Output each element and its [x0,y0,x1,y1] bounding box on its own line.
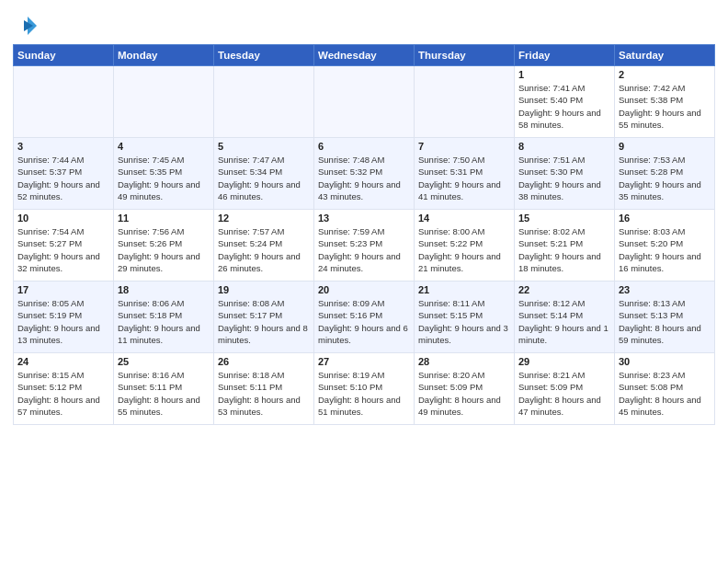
calendar-cell: 8Sunrise: 7:51 AMSunset: 5:30 PMDaylight… [515,138,615,210]
day-number: 12 [218,213,310,224]
day-detail: Sunrise: 8:05 AMSunset: 5:19 PMDaylight:… [17,297,109,346]
day-number: 30 [619,356,711,367]
day-number: 3 [17,141,109,152]
day-detail: Sunrise: 7:45 AMSunset: 5:35 PMDaylight:… [118,154,210,202]
day-detail: Sunrise: 7:51 AMSunset: 5:30 PMDaylight:… [518,154,610,202]
day-number: 28 [418,356,510,367]
day-number: 26 [218,356,310,367]
calendar-week-row: 24Sunrise: 8:15 AMSunset: 5:12 PMDayligh… [14,353,715,425]
weekday-header: Tuesday [214,45,314,66]
calendar-cell [114,66,214,138]
calendar-cell: 6Sunrise: 7:48 AMSunset: 5:32 PMDaylight… [314,138,415,210]
calendar-header: SundayMondayTuesdayWednesdayThursdayFrid… [14,45,715,66]
day-number: 2 [619,69,711,80]
day-detail: Sunrise: 7:44 AMSunset: 5:37 PMDaylight:… [17,154,109,202]
day-number: 4 [118,141,210,152]
day-detail: Sunrise: 7:42 AMSunset: 5:38 PMDaylight:… [619,82,711,131]
day-detail: Sunrise: 8:00 AMSunset: 5:22 PMDaylight:… [418,225,510,274]
day-detail: Sunrise: 8:11 AMSunset: 5:15 PMDaylight:… [418,297,510,346]
calendar-table: SundayMondayTuesdayWednesdayThursdayFrid… [13,44,715,425]
day-detail: Sunrise: 7:57 AMSunset: 5:24 PMDaylight:… [218,225,310,274]
calendar-week-row: 10Sunrise: 7:54 AMSunset: 5:27 PMDayligh… [14,210,715,282]
calendar-week-row: 1Sunrise: 7:41 AMSunset: 5:40 PMDaylight… [14,66,715,138]
calendar-cell: 3Sunrise: 7:44 AMSunset: 5:37 PMDaylight… [14,138,114,210]
calendar-cell: 19Sunrise: 8:08 AMSunset: 5:17 PMDayligh… [214,282,314,353]
header-row: SundayMondayTuesdayWednesdayThursdayFrid… [14,45,715,66]
weekday-header: Wednesday [314,45,415,66]
day-detail: Sunrise: 7:50 AMSunset: 5:31 PMDaylight:… [418,154,510,202]
day-number: 9 [619,141,711,152]
logo-icon [13,13,39,39]
day-detail: Sunrise: 7:59 AMSunset: 5:23 PMDaylight:… [318,225,410,274]
calendar-cell: 25Sunrise: 8:16 AMSunset: 5:11 PMDayligh… [114,353,214,425]
day-detail: Sunrise: 8:20 AMSunset: 5:09 PMDaylight:… [418,369,510,418]
day-number: 24 [17,356,109,367]
day-number: 17 [17,284,109,295]
calendar-cell [415,66,515,138]
day-number: 18 [118,284,210,295]
weekday-header: Sunday [14,45,114,66]
calendar-cell: 5Sunrise: 7:47 AMSunset: 5:34 PMDaylight… [214,138,314,210]
day-number: 25 [118,356,210,367]
calendar-cell: 15Sunrise: 8:02 AMSunset: 5:21 PMDayligh… [515,210,615,282]
day-detail: Sunrise: 8:08 AMSunset: 5:17 PMDaylight:… [218,297,310,346]
calendar-cell: 30Sunrise: 8:23 AMSunset: 5:08 PMDayligh… [615,353,715,425]
calendar-cell [214,66,314,138]
calendar-cell: 22Sunrise: 8:12 AMSunset: 5:14 PMDayligh… [515,282,615,353]
day-number: 22 [518,284,610,295]
calendar-cell: 1Sunrise: 7:41 AMSunset: 5:40 PMDaylight… [515,66,615,138]
day-number: 5 [218,141,310,152]
day-detail: Sunrise: 8:02 AMSunset: 5:21 PMDaylight:… [518,225,610,274]
day-detail: Sunrise: 7:48 AMSunset: 5:32 PMDaylight:… [318,154,410,202]
weekday-header: Thursday [415,45,515,66]
header [13,9,715,39]
calendar-cell: 9Sunrise: 7:53 AMSunset: 5:28 PMDaylight… [615,138,715,210]
day-detail: Sunrise: 8:06 AMSunset: 5:18 PMDaylight:… [118,297,210,346]
day-number: 15 [518,213,610,224]
calendar-week-row: 3Sunrise: 7:44 AMSunset: 5:37 PMDaylight… [14,138,715,210]
calendar-cell [14,66,114,138]
calendar-cell: 29Sunrise: 8:21 AMSunset: 5:09 PMDayligh… [515,353,615,425]
day-number: 29 [518,356,610,367]
calendar-cell: 7Sunrise: 7:50 AMSunset: 5:31 PMDaylight… [415,138,515,210]
calendar-cell: 11Sunrise: 7:56 AMSunset: 5:26 PMDayligh… [114,210,214,282]
calendar-cell: 2Sunrise: 7:42 AMSunset: 5:38 PMDaylight… [615,66,715,138]
day-detail: Sunrise: 8:03 AMSunset: 5:20 PMDaylight:… [619,225,711,274]
day-number: 7 [418,141,510,152]
weekday-header: Saturday [615,45,715,66]
day-number: 19 [218,284,310,295]
day-detail: Sunrise: 8:16 AMSunset: 5:11 PMDaylight:… [118,369,210,418]
day-number: 23 [619,284,711,295]
day-number: 6 [318,141,410,152]
day-detail: Sunrise: 8:09 AMSunset: 5:16 PMDaylight:… [318,297,410,346]
calendar-cell: 21Sunrise: 8:11 AMSunset: 5:15 PMDayligh… [415,282,515,353]
calendar-cell: 20Sunrise: 8:09 AMSunset: 5:16 PMDayligh… [314,282,415,353]
calendar-cell: 28Sunrise: 8:20 AMSunset: 5:09 PMDayligh… [415,353,515,425]
calendar-cell: 10Sunrise: 7:54 AMSunset: 5:27 PMDayligh… [14,210,114,282]
calendar-cell: 24Sunrise: 8:15 AMSunset: 5:12 PMDayligh… [14,353,114,425]
day-detail: Sunrise: 7:53 AMSunset: 5:28 PMDaylight:… [619,154,711,202]
calendar-cell: 26Sunrise: 8:18 AMSunset: 5:11 PMDayligh… [214,353,314,425]
calendar-week-row: 17Sunrise: 8:05 AMSunset: 5:19 PMDayligh… [14,282,715,353]
day-detail: Sunrise: 8:21 AMSunset: 5:09 PMDaylight:… [518,369,610,418]
day-detail: Sunrise: 8:13 AMSunset: 5:13 PMDaylight:… [619,297,711,346]
day-number: 21 [418,284,510,295]
calendar-cell [314,66,415,138]
day-detail: Sunrise: 7:47 AMSunset: 5:34 PMDaylight:… [218,154,310,202]
calendar-cell: 18Sunrise: 8:06 AMSunset: 5:18 PMDayligh… [114,282,214,353]
calendar-cell: 23Sunrise: 8:13 AMSunset: 5:13 PMDayligh… [615,282,715,353]
day-number: 13 [318,213,410,224]
day-detail: Sunrise: 8:15 AMSunset: 5:12 PMDaylight:… [17,369,109,418]
day-detail: Sunrise: 7:41 AMSunset: 5:40 PMDaylight:… [518,82,610,131]
calendar-cell: 12Sunrise: 7:57 AMSunset: 5:24 PMDayligh… [214,210,314,282]
calendar-cell: 27Sunrise: 8:19 AMSunset: 5:10 PMDayligh… [314,353,415,425]
day-number: 10 [17,213,109,224]
page-container: SundayMondayTuesdayWednesdayThursdayFrid… [0,0,728,432]
day-number: 27 [318,356,410,367]
logo [13,13,42,39]
day-number: 1 [518,69,610,80]
day-detail: Sunrise: 7:56 AMSunset: 5:26 PMDaylight:… [118,225,210,274]
calendar-cell: 14Sunrise: 8:00 AMSunset: 5:22 PMDayligh… [415,210,515,282]
day-number: 20 [318,284,410,295]
day-number: 8 [518,141,610,152]
